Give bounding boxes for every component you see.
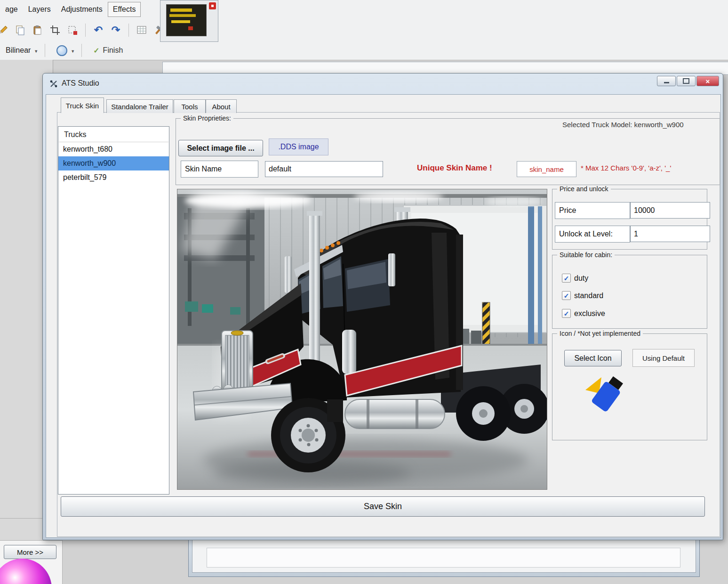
minimize-button[interactable] [657, 76, 676, 86]
price-label-box: Price [555, 202, 630, 219]
editor-menubar: age Layers Adjustments Effects [0, 0, 141, 19]
checkbox-row-exclusive: ✓ exclusive [562, 309, 605, 318]
checkbox-row-duty: ✓ duty [562, 274, 588, 283]
tab-truck-skin[interactable]: Truck Skin [61, 97, 104, 113]
open-document-thumbnail[interactable] [160, 0, 218, 42]
tab-about[interactable]: About [206, 99, 237, 113]
selected-truck-model-label: Selected Truck Model: kenworth_w900 [562, 121, 699, 129]
paste-icon[interactable] [31, 24, 44, 37]
ats-studio-window: ATS Studio × Truck Skin Standalone Trail… [42, 73, 723, 540]
window-title: ATS Studio [62, 79, 99, 88]
tab-standalone-trailer[interactable]: Standalone Trailer [106, 99, 173, 113]
list-item-kenworth-w900[interactable]: kenworth_w900 [58, 156, 169, 170]
toolbar-separator [81, 44, 82, 57]
more-button[interactable]: More >> [4, 545, 56, 559]
tab-tools[interactable]: Tools [174, 99, 206, 113]
exclusive-checkbox[interactable]: ✓ [562, 309, 571, 318]
skin-name-input[interactable] [265, 161, 383, 177]
truck-preview-image [177, 189, 547, 490]
crop-icon[interactable] [48, 24, 62, 37]
unlock-level-label-box: Unlock at Level: [555, 226, 630, 243]
close-button[interactable]: × [696, 76, 719, 86]
close-icon: × [706, 77, 710, 85]
skin-properties-group-label: Skin Proprieties: [181, 114, 233, 122]
background-window-button [207, 548, 680, 568]
menu-effects[interactable]: Effects [108, 2, 141, 17]
app-icon [49, 80, 58, 88]
unique-skin-name-warning: Unique Skin Name ! [417, 163, 511, 173]
thumbnail-status-icon [209, 2, 216, 9]
selection-icon[interactable] [66, 24, 79, 37]
copy-icon[interactable] [14, 24, 27, 37]
cabin-group-label: Suitable for cabin: [557, 251, 615, 259]
check-icon: ✓ [93, 46, 99, 55]
titlebar[interactable]: ATS Studio × [43, 73, 723, 94]
check-icon: ✓ [564, 275, 569, 282]
save-skin-button[interactable]: Save Skin [61, 496, 705, 517]
toolbar-separator [85, 24, 86, 37]
check-icon: ✓ [564, 310, 569, 317]
trucks-listbox: Trucks kenworth_t680 kenworth_w900 peter… [58, 126, 169, 495]
price-unlock-group-label: Price and unlock [557, 185, 611, 193]
menu-adjustments[interactable]: Adjustments [56, 2, 108, 17]
duty-checkbox[interactable]: ✓ [562, 274, 571, 283]
redo-icon[interactable]: ↷ [109, 24, 122, 37]
icon-group-label: Icon / *Not yet implemented [557, 330, 643, 337]
exclusive-checkbox-label: exclusive [574, 309, 605, 318]
finish-button[interactable]: Finish [103, 46, 123, 55]
editor-toolbar: ↶ ↷ [0, 19, 166, 41]
list-item-peterbilt-579[interactable]: peterbilt_579 [58, 170, 169, 185]
minimize-icon [664, 82, 669, 83]
pencil-icon[interactable] [0, 24, 9, 37]
standard-checkbox-label: standard [574, 292, 603, 300]
truck-photo-svg [177, 189, 547, 489]
chevron-down-icon[interactable]: ▼ [71, 49, 75, 54]
editor-options-bar: Bilinear ▼ ▼ ✓ Finish [0, 41, 123, 59]
grid-icon[interactable] [135, 24, 148, 37]
spray-can-icon [582, 371, 626, 416]
max-chars-note: * Max 12 Chars '0-9', 'a-z', '_' [581, 164, 722, 172]
resample-dropdown[interactable]: Bilinear [6, 46, 31, 55]
standard-checkbox[interactable]: ✓ [562, 291, 571, 300]
maximize-icon [683, 78, 689, 84]
list-item-kenworth-t680[interactable]: kenworth_t680 [58, 142, 169, 156]
unlock-level-input[interactable] [630, 226, 710, 242]
maximize-button[interactable] [677, 76, 696, 86]
check-icon: ✓ [564, 292, 569, 300]
menu-image[interactable]: age [0, 2, 23, 17]
chevron-down-icon[interactable]: ▼ [34, 49, 38, 54]
using-default-label: Using Default [632, 349, 695, 367]
duty-checkbox-label: duty [574, 274, 588, 283]
undo-icon[interactable]: ↶ [92, 24, 105, 37]
desktop: age Layers Adjustments Effects ↶ ↷ [0, 0, 728, 584]
price-input[interactable] [630, 202, 710, 219]
thumbnail-image [166, 4, 207, 36]
select-icon-button[interactable]: Select Icon [564, 350, 622, 366]
toolbar-separator [45, 44, 45, 57]
trucks-list-title: Trucks [58, 127, 169, 142]
checkbox-row-standard: ✓ standard [562, 291, 603, 300]
select-image-file-button[interactable]: Select image file ... [178, 140, 263, 156]
menu-layers[interactable]: Layers [23, 2, 56, 17]
skin-name-label-box: Skin Name [181, 161, 258, 178]
editor-app-header: age Layers Adjustments Effects ↶ ↷ [0, 0, 728, 60]
gradient-tool-icon[interactable] [56, 45, 67, 56]
dds-image-label: .DDS image [269, 138, 328, 155]
background-window-client [192, 537, 696, 573]
toolbar-separator [128, 24, 129, 37]
skin-name-hint-badge: skin_name [517, 161, 576, 177]
